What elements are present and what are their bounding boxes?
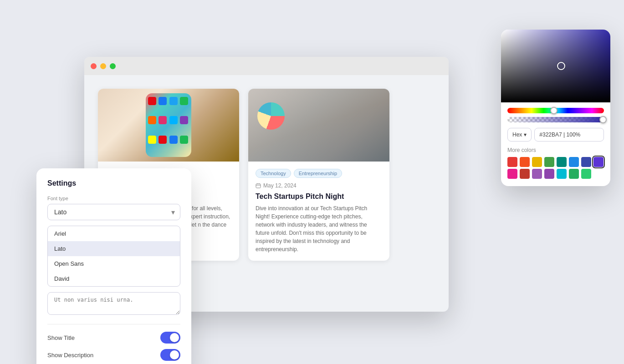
card-tech: Technology Entrepreneurship May 12, 2024… xyxy=(248,89,389,261)
app-icon-4 xyxy=(148,136,156,144)
alpha-thumb xyxy=(599,116,607,123)
hex-value-display[interactable]: #322BA7 | 100% xyxy=(534,128,604,142)
swatch-indigo[interactable] xyxy=(581,157,591,167)
swatch-lime[interactable] xyxy=(581,169,591,179)
swatch-green[interactable] xyxy=(544,157,554,167)
tag-entrepreneurship: Entrepreneurship xyxy=(294,169,342,178)
hue-slider-wrapper xyxy=(507,108,604,113)
svg-rect-4 xyxy=(256,184,261,188)
font-option-ariel[interactable]: Ariel xyxy=(48,226,180,241)
color-controls: Hex ▾ #322BA7 | 100% More colors xyxy=(501,102,610,186)
font-option-david[interactable]: David xyxy=(48,271,180,286)
alpha-slider[interactable] xyxy=(507,117,604,122)
color-picker-panel: Hex ▾ #322BA7 | 100% More colors xyxy=(501,30,610,186)
card-dance-image xyxy=(98,89,239,162)
phone-screen xyxy=(146,93,191,157)
maximize-button[interactable] xyxy=(110,63,116,69)
swatch-red[interactable] xyxy=(507,157,517,167)
show-description-toggle[interactable] xyxy=(160,349,180,361)
calendar-icon-2 xyxy=(256,183,261,188)
hex-format-label: Hex xyxy=(512,131,522,138)
swatch-teal[interactable] xyxy=(557,157,567,167)
tag-technology: Technology xyxy=(256,169,291,178)
hex-row: Hex ▾ #322BA7 | 100% xyxy=(507,128,604,142)
minimize-button[interactable] xyxy=(100,63,106,69)
swatch-pink[interactable] xyxy=(507,169,517,179)
more-colors-label: More colors xyxy=(507,147,604,153)
card-tech-tags: Technology Entrepreneurship xyxy=(256,169,382,178)
font-type-select[interactable]: Lato xyxy=(47,204,180,220)
card-tech-title: Tech Startups Pitch Night xyxy=(256,192,382,201)
hue-slider[interactable] xyxy=(507,108,604,113)
swatch-blue[interactable] xyxy=(569,157,579,167)
swatch-violet[interactable] xyxy=(532,169,542,179)
swatch-yellow[interactable] xyxy=(532,157,542,167)
color-gradient-area[interactable] xyxy=(501,30,610,102)
app-icon-twitter xyxy=(169,97,178,105)
close-button[interactable] xyxy=(91,63,97,69)
app-icon-7 xyxy=(180,136,188,144)
app-icon-facebook xyxy=(159,97,167,105)
app-icon-2 xyxy=(169,116,178,124)
font-option-opensans[interactable]: Open Sans xyxy=(48,256,180,271)
hue-thumb xyxy=(550,107,558,114)
show-description-row: Show Description xyxy=(47,349,180,361)
chevron-down-icon: ▾ xyxy=(524,131,527,138)
settings-panel: Settings Font type Lato ▾ Ariel Lato Ope… xyxy=(36,168,191,364)
swatch-orange[interactable] xyxy=(520,157,530,167)
app-icon-3 xyxy=(180,116,188,124)
font-select-wrapper: Lato ▾ xyxy=(47,204,180,220)
card-tech-image xyxy=(248,89,389,162)
show-title-toggle-knob xyxy=(170,333,179,342)
color-swatches-row2 xyxy=(507,169,604,179)
show-title-label: Show Title xyxy=(47,334,75,341)
swatch-emerald[interactable] xyxy=(569,169,579,179)
color-picker-cursor xyxy=(557,62,565,70)
app-icon-spotify xyxy=(180,97,188,105)
font-dropdown-list[interactable]: Ariel Lato Open Sans David xyxy=(47,226,180,287)
swatch-purple[interactable] xyxy=(593,157,604,167)
font-type-label: Font type xyxy=(47,196,180,201)
show-description-label: Show Description xyxy=(47,352,93,359)
phone-mockup xyxy=(146,93,191,157)
font-option-lato[interactable]: Lato xyxy=(48,241,180,256)
app-icon-6 xyxy=(169,136,178,144)
app-icon-netflix xyxy=(148,97,156,105)
card-tech-body: Technology Entrepreneurship May 12, 2024… xyxy=(248,162,389,261)
card-tech-desc: Dive into innovation at our Tech Startup… xyxy=(256,204,382,253)
settings-title: Settings xyxy=(47,179,180,187)
show-description-toggle-knob xyxy=(170,350,179,359)
settings-textarea[interactable] xyxy=(47,292,180,315)
app-icon-instagram xyxy=(159,116,167,124)
alpha-slider-wrapper xyxy=(507,117,604,122)
pie-chart xyxy=(257,102,285,130)
swatch-crimson[interactable] xyxy=(520,169,530,179)
show-title-row: Show Title xyxy=(47,332,180,344)
app-icon-1 xyxy=(148,116,156,124)
card-tech-date: May 12, 2024 xyxy=(256,182,382,189)
swatch-deep-purple[interactable] xyxy=(544,169,554,179)
color-swatches-row1 xyxy=(507,157,604,167)
show-title-toggle[interactable] xyxy=(160,332,180,344)
browser-titlebar xyxy=(84,57,449,75)
hex-format-button[interactable]: Hex ▾ xyxy=(507,128,532,142)
swatch-cyan[interactable] xyxy=(557,169,567,179)
settings-divider xyxy=(47,324,180,324)
app-icon-5 xyxy=(159,136,167,144)
